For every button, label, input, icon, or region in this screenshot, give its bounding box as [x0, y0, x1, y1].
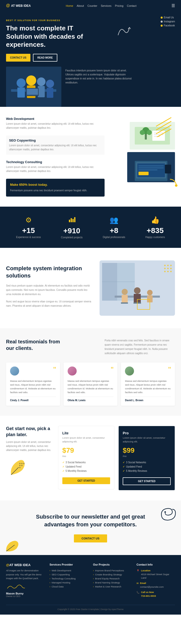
footer-projects-list: Improve Brand Perceptions Create Brandin… [93, 569, 131, 588]
testimonial-avatar-1 [10, 366, 19, 376]
footer-col-contact: Contact Info 📍 Location 4019 Michael Str… [137, 563, 175, 600]
pricing-card-pro: Pro Lorem ipsum dolor sit amet, consecte… [118, 426, 175, 490]
stat-experience: ⚙ +15 Experience & success [16, 216, 41, 239]
svg-rect-7 [38, 86, 45, 97]
footer-service-5[interactable]: Cloud Data [50, 585, 88, 588]
footer-project-1[interactable]: Improve Brand Perceptions [93, 569, 131, 572]
svg-point-8 [46, 80, 54, 88]
footer-col-about: @AT WEB IDEA All images are for demonstr… [6, 563, 44, 600]
svg-point-58 [167, 268, 169, 269]
pro-get-started-button[interactable]: GET STARTED [123, 477, 171, 485]
svg-rect-37 [71, 218, 72, 222]
diagonal-lines-decoration [155, 117, 175, 138]
squiggle-decoration [116, 25, 131, 39]
footer-logo: @AT WEB IDEA [6, 563, 44, 567]
svg-point-35 [175, 184, 177, 187]
newsletter-leaf-left [5, 540, 20, 550]
hero-label: BEST IT SOLUTION FOR YOUR BUSINESS [6, 19, 175, 22]
svg-point-67 [19, 465, 21, 466]
svg-rect-36 [69, 220, 70, 222]
email-link[interactable]: Email Us [161, 16, 175, 19]
testimonials-grid: " Massa sed elementum tempus egestas sed… [6, 362, 175, 406]
footer-project-5[interactable]: Market & User Research [93, 585, 131, 588]
svg-rect-52 [121, 302, 128, 304]
svg-line-13 [156, 121, 171, 130]
nav-counter[interactable]: Counter [87, 4, 97, 7]
boost-card: Make 650% boost today. Fermentum posuere… [6, 179, 105, 197]
stat-professionals: 👥 +8 Digital professionals [103, 216, 125, 239]
nav-pricing[interactable]: Pricing [115, 4, 123, 7]
footer-service-4[interactable]: Managed Hosting [50, 581, 88, 584]
stats-section: ⚙ +15 Experience & success +910 Complete… [0, 207, 181, 248]
instagram-link[interactable]: Instagram [161, 20, 175, 23]
footer-service-1[interactable]: Web Development [50, 569, 88, 572]
hero-image [6, 67, 61, 107]
hamburger-icon[interactable]: ☰ [171, 3, 175, 8]
nav-services[interactable]: Services [101, 4, 111, 7]
svg-rect-39 [74, 217, 75, 222]
testimonials-section: Real testimonials from our clients. Port… [0, 328, 181, 416]
testimonial-card-2: " Massa sed elementum tempus egestas sed… [64, 362, 118, 406]
footer-project-2[interactable]: Create Branding Strategy [93, 573, 131, 576]
hero-buttons: CONTACT US READ MORE [6, 54, 175, 62]
service-web-dev: Web Development Lorem ipsum dolor sit am… [6, 117, 105, 130]
service-seo: SEO Copywriting Lorem ipsum dolor sit am… [6, 135, 105, 155]
nav-contact[interactable]: Contact [127, 4, 137, 7]
navigation: @ AT WEB IDEA Home About Counter Service… [0, 0, 181, 11]
quote-icon-2: " [111, 366, 114, 373]
contact-us-button[interactable]: CONTACT US [6, 54, 30, 62]
footer-service-2[interactable]: SEO Copywriting [50, 573, 88, 576]
users-icon: 👥 [103, 216, 125, 224]
integration-section: Complete system integration solutions Se… [0, 248, 181, 328]
svg-point-56 [170, 265, 172, 266]
pricing-section: Get start now, pick a plan later. Lorem … [0, 416, 181, 500]
lite-get-started-button[interactable]: GET STARTED [62, 477, 110, 484]
footer: @AT WEB IDEA All images are for demonstr… [0, 555, 181, 615]
svg-point-4 [26, 75, 36, 85]
integration-image [100, 260, 175, 316]
svg-rect-9 [47, 88, 53, 98]
svg-line-12 [156, 117, 171, 126]
pricing-intro: Get start now, pick a plan later. Lorem … [6, 426, 54, 478]
svg-point-64 [19, 463, 21, 464]
nav-links: Home About Counter Services Pricing Cont… [66, 3, 137, 8]
svg-point-54 [164, 265, 166, 266]
svg-point-57 [164, 268, 166, 269]
newsletter-section: Subscribe to our newsletter and get grea… [0, 500, 181, 555]
testimonial-card-1: " Massa sed elementum tempus egestas sed… [6, 362, 60, 406]
svg-point-65 [21, 463, 23, 464]
quote-icon-1: " [53, 366, 56, 373]
footer-project-4[interactable]: Brand Naming Strategy [93, 581, 131, 584]
social-links: Email Us Instagram Facebook [161, 16, 175, 27]
svg-point-50 [147, 290, 153, 295]
nav-home[interactable]: Home [66, 4, 73, 7]
svg-point-59 [170, 268, 172, 269]
svg-point-61 [167, 271, 169, 272]
svg-point-62 [170, 271, 172, 272]
footer-copyright: Copyright © 2025 Free Starter 6 template… [6, 605, 175, 611]
footer-col-services: Services Provider Web Development SEO Co… [50, 563, 88, 600]
svg-line-14 [156, 125, 171, 134]
newsletter-spiral-right [158, 505, 176, 523]
services-image-2 [127, 152, 175, 182]
svg-point-70 [164, 511, 166, 513]
svg-point-20 [140, 130, 145, 135]
testimonial-card-3: " Massa sed elementum tempus egestas sed… [121, 362, 175, 406]
svg-point-69 [19, 467, 21, 468]
read-more-button[interactable]: READ MORE [33, 54, 57, 62]
services-images-bottom [110, 152, 175, 182]
facebook-link[interactable]: Facebook [161, 24, 175, 27]
footer-location: 📍 Location 4019 Michael Street Sugar Lan… [137, 569, 175, 580]
svg-rect-3 [17, 87, 25, 98]
footer-project-3[interactable]: Brand Equity Research [93, 577, 131, 580]
svg-rect-34 [165, 165, 171, 173]
svg-rect-47 [122, 295, 128, 302]
svg-rect-33 [139, 172, 149, 175]
testimonial-avatar-2 [68, 366, 77, 376]
nav-about[interactable]: About [77, 4, 84, 7]
svg-point-48 [134, 287, 141, 294]
chart-icon [61, 216, 82, 224]
newsletter-contact-button[interactable]: CONTACT US [74, 534, 107, 542]
footer-service-3[interactable]: Technology Consulting [50, 577, 88, 580]
svg-point-2 [17, 78, 26, 87]
